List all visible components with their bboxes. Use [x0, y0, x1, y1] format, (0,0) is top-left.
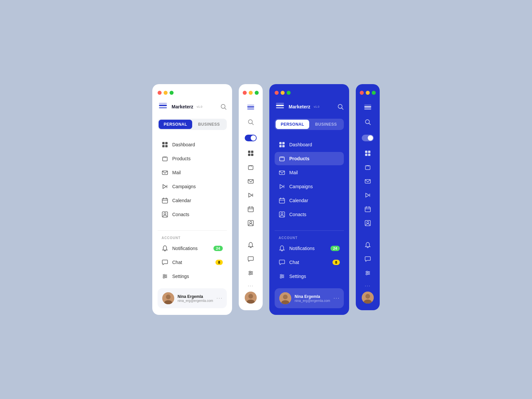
- col-dashboard-4[interactable]: [361, 147, 374, 160]
- col-search-2[interactable]: [244, 115, 257, 129]
- user-card-3[interactable]: Nina Ergemla nina_erg@ergemla.com ···: [275, 288, 344, 308]
- col-campaigns-2[interactable]: [244, 189, 257, 202]
- nav-dashboard-1[interactable]: Dashboard: [158, 138, 227, 151]
- svg-point-22: [164, 274, 165, 276]
- nav-products-1[interactable]: Products: [158, 152, 227, 165]
- col-campaigns-4[interactable]: [361, 189, 374, 202]
- col-more-dots-4[interactable]: ···: [365, 283, 371, 288]
- chat-icon-4: [364, 256, 371, 262]
- col-bell-2[interactable]: [244, 238, 257, 252]
- nav-campaigns-label-3: Campaigns: [289, 184, 313, 189]
- col-settings-4[interactable]: [361, 266, 374, 280]
- nav-chat-1[interactable]: Chat 8: [158, 256, 227, 269]
- logo-icon-1: [158, 101, 168, 112]
- bell-icon-2: [247, 242, 254, 248]
- avatar-1: [162, 292, 174, 304]
- tab-business-3[interactable]: BUSINESS: [309, 120, 343, 129]
- nav-dashboard-label-3: Dashboard: [289, 142, 312, 147]
- nav-campaigns-1[interactable]: Campaigns: [158, 180, 227, 193]
- nav-calendar-1[interactable]: Calendar: [158, 194, 227, 207]
- nav-dashboard-label-1: Dashboard: [172, 142, 195, 147]
- svg-rect-36: [251, 154, 253, 156]
- nav-notifications-label-1: Notifications: [172, 246, 198, 251]
- badge-notifications-1: 24: [213, 246, 223, 251]
- nav-notifications-3[interactable]: Notifications 24: [275, 242, 344, 255]
- svg-rect-5: [162, 142, 165, 144]
- user-email-1: nina_erg@ergemla.com: [178, 299, 213, 303]
- col-dashboard-2[interactable]: [244, 147, 257, 160]
- nav-chat-3[interactable]: Chat 8: [275, 256, 344, 269]
- nav-products-3[interactable]: Products: [275, 152, 344, 165]
- bell-icon-3: [279, 245, 285, 252]
- col-chat-4[interactable]: [361, 252, 374, 266]
- col-calendar-4[interactable]: [361, 202, 374, 216]
- svg-point-54: [248, 294, 253, 299]
- app-version-1: v1.0: [197, 105, 202, 108]
- nav-settings-1[interactable]: Settings: [158, 270, 227, 283]
- campaigns-icon-1: [162, 183, 168, 190]
- col-contacts-2[interactable]: [244, 216, 257, 230]
- nav-contacts-3[interactable]: Conacts: [275, 208, 344, 221]
- nav-contacts-1[interactable]: Conacts: [158, 208, 227, 221]
- col-chat-2[interactable]: [244, 252, 257, 266]
- svg-point-52: [249, 274, 250, 275]
- svg-point-31: [248, 120, 252, 124]
- nav-mail-1[interactable]: Mail: [158, 166, 227, 179]
- nav-dashboard-3[interactable]: Dashboard: [275, 138, 344, 151]
- contacts-icon-4: [364, 220, 371, 226]
- logo-icon-4: [363, 103, 372, 113]
- dot-yellow-3: [281, 91, 285, 95]
- nav-campaigns-3[interactable]: Campaigns: [275, 180, 344, 193]
- search-icon-header-1[interactable]: [220, 103, 227, 110]
- user-name-1: Nina Ergemla: [178, 294, 213, 299]
- nav-notifications-1[interactable]: Notifications 24: [158, 242, 227, 255]
- col-logo-4: [361, 101, 374, 115]
- campaigns-icon-3: [279, 183, 285, 190]
- col-settings-2[interactable]: [244, 266, 257, 280]
- col-calendar-2[interactable]: [244, 202, 257, 216]
- col-bell-4[interactable]: [361, 238, 374, 252]
- svg-point-79: [282, 276, 284, 277]
- svg-rect-56: [276, 105, 284, 106]
- svg-rect-63: [279, 145, 282, 147]
- col-more-dots-2[interactable]: ···: [248, 283, 254, 288]
- tab-business-1[interactable]: BUSINESS: [192, 120, 226, 129]
- products-icon-3: [279, 155, 285, 162]
- nav-mail-3[interactable]: Mail: [275, 166, 344, 179]
- contacts-icon-1: [162, 211, 168, 218]
- search-icon-header-3[interactable]: [337, 103, 344, 110]
- more-menu-1[interactable]: ···: [216, 295, 223, 301]
- col-toggle-4[interactable]: [361, 131, 374, 145]
- col-mail-4[interactable]: [361, 175, 374, 188]
- more-menu-3[interactable]: ···: [333, 295, 340, 301]
- avatar-2[interactable]: [245, 292, 257, 304]
- col-search-4[interactable]: [361, 115, 374, 129]
- sidebar-blue-collapsed: ···: [356, 84, 380, 310]
- col-products-4[interactable]: [361, 161, 374, 174]
- tab-personal-1[interactable]: PERSONAL: [159, 120, 192, 129]
- nav-products-label-3: Products: [289, 156, 310, 161]
- toggle-2[interactable]: [245, 135, 257, 141]
- user-card-1[interactable]: Nina Ergemla nina_erg@ergemla.com ···: [158, 288, 227, 308]
- user-info-3: Nina Ergemla nina_erg@ergemla.com: [295, 294, 330, 303]
- toggle-4[interactable]: [362, 135, 374, 141]
- dot-yellow-2: [249, 91, 253, 95]
- divider-3: [275, 230, 344, 231]
- col-toggle-2[interactable]: [244, 131, 257, 145]
- svg-point-87: [365, 120, 369, 124]
- settings-icon-1: [162, 273, 168, 280]
- svg-point-26: [166, 295, 171, 299]
- dot-green-2: [255, 91, 259, 95]
- mail-icon-4: [364, 178, 371, 185]
- col-mail-2[interactable]: [244, 175, 257, 188]
- avatar-4[interactable]: [362, 292, 374, 304]
- svg-rect-69: [279, 199, 285, 203]
- tab-personal-3[interactable]: PERSONAL: [276, 120, 309, 129]
- nav-calendar-3[interactable]: Calendar: [275, 194, 344, 207]
- nav-settings-3[interactable]: Settings: [275, 270, 344, 283]
- svg-rect-57: [276, 107, 284, 108]
- bell-icon-4: [364, 242, 371, 248]
- col-products-2[interactable]: [244, 161, 257, 174]
- col-contacts-4[interactable]: [361, 216, 374, 230]
- svg-rect-58: [276, 103, 284, 104]
